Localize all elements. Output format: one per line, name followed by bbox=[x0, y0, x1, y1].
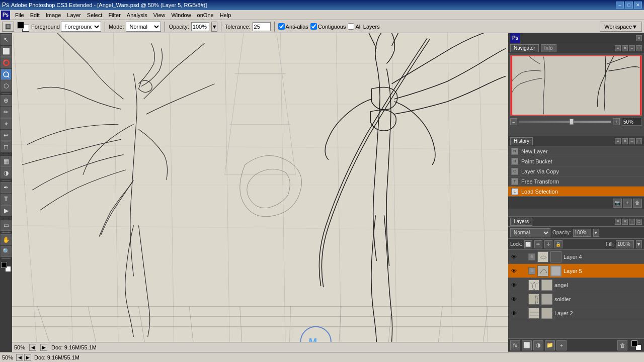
layer-eye-4[interactable]: 👁 bbox=[510, 253, 517, 260]
lock-all-btn[interactable]: 🔒 bbox=[554, 240, 562, 248]
fg-color-box[interactable] bbox=[1, 262, 7, 268]
tab-navigator[interactable]: Navigator bbox=[510, 44, 539, 52]
clone-tool[interactable]: ⌖ bbox=[1, 118, 12, 129]
layer-eye-angel[interactable]: 👁 bbox=[510, 282, 517, 289]
layer-group-btn[interactable]: 📁 bbox=[545, 340, 555, 350]
bottom-nav-right[interactable]: ▶ bbox=[24, 354, 31, 361]
marquee-tool[interactable]: ⬜ bbox=[1, 46, 12, 57]
history-delete-btn[interactable]: 🗑 bbox=[633, 199, 642, 208]
menu-edit[interactable]: Edit bbox=[27, 11, 43, 19]
tab-info[interactable]: Info bbox=[541, 44, 556, 52]
layer-item-soldier[interactable]: 👁 soldier bbox=[508, 292, 644, 306]
move-tool[interactable]: ↖ bbox=[1, 34, 12, 45]
menu-image[interactable]: Image bbox=[43, 11, 64, 19]
crop-tool[interactable]: ⬡ bbox=[1, 80, 12, 92]
foreground-select[interactable]: Foreground bbox=[61, 22, 101, 32]
workspace-button[interactable]: Workspace ▼ bbox=[600, 22, 642, 32]
panel-expand-btn[interactable]: □ bbox=[636, 45, 642, 51]
blend-mode-select[interactable]: Normal bbox=[126, 22, 161, 32]
history-menu-btn[interactable]: ≡ bbox=[615, 138, 621, 144]
history-brush-tool[interactable]: ↩ bbox=[1, 130, 12, 141]
history-item-4[interactable]: T Free Transform bbox=[508, 176, 644, 187]
close-button[interactable]: ✕ bbox=[634, 2, 642, 9]
history-new-doc-btn[interactable]: + bbox=[623, 199, 632, 208]
panel-minimize-btn[interactable]: – bbox=[629, 45, 635, 51]
layers-expand-btn[interactable]: □ bbox=[636, 219, 642, 225]
menu-onone[interactable]: onOne bbox=[194, 11, 217, 19]
lock-paint-btn[interactable]: ✏ bbox=[534, 240, 542, 248]
lock-transparent-btn[interactable]: ⬜ bbox=[524, 240, 532, 248]
layer-mask-btn[interactable]: ⬜ bbox=[522, 340, 532, 350]
type-tool[interactable]: T bbox=[1, 194, 12, 205]
layer-adjustment-btn[interactable]: ◑ bbox=[533, 340, 543, 350]
tab-layers[interactable]: Layers bbox=[510, 218, 532, 226]
lock-position-btn[interactable]: ✛ bbox=[544, 240, 552, 248]
menu-help[interactable]: Help bbox=[217, 11, 234, 19]
menu-view[interactable]: View bbox=[150, 11, 169, 19]
history-expand-btn[interactable]: □ bbox=[636, 138, 642, 144]
collapse-all-btn[interactable]: « bbox=[636, 35, 642, 41]
opacity-input[interactable]: 100% bbox=[191, 22, 209, 31]
layers-menu-btn[interactable]: ≡ bbox=[615, 219, 621, 225]
all-layers-check[interactable]: All Layers bbox=[348, 23, 379, 30]
menu-filter[interactable]: Filter bbox=[105, 11, 123, 19]
layers-minimize-btn[interactable]: – bbox=[629, 219, 635, 225]
history-item-3[interactable]: C Layer Via Copy bbox=[508, 166, 644, 176]
layers-panel-header[interactable]: Layers ≡ ✕ – □ bbox=[508, 217, 644, 227]
layers-opacity-arrow[interactable]: ▼ bbox=[593, 229, 599, 237]
fill-input[interactable]: 100% bbox=[616, 240, 634, 248]
eraser-tool[interactable]: ◻ bbox=[1, 141, 12, 152]
healing-tool[interactable]: ⊕ bbox=[1, 95, 12, 106]
zoom-in-btn[interactable]: + bbox=[613, 118, 620, 125]
layer-new-btn[interactable]: + bbox=[556, 340, 567, 350]
zoom-slider-thumb[interactable] bbox=[570, 119, 574, 125]
zoom-slider[interactable] bbox=[519, 121, 611, 123]
dodge-tool[interactable]: ◑ bbox=[1, 167, 12, 178]
fill-arrow[interactable]: ▼ bbox=[636, 240, 642, 248]
lasso-tool[interactable]: ⭕ bbox=[1, 57, 12, 68]
panel-close-btn[interactable]: ✕ bbox=[622, 45, 628, 51]
layer-item-angel[interactable]: 👁 angel bbox=[508, 278, 644, 292]
menu-select[interactable]: Select bbox=[84, 11, 106, 19]
layer-item-2[interactable]: 👁 Layer 2 bbox=[508, 306, 644, 320]
anti-alias-check[interactable]: Anti-alias bbox=[278, 23, 308, 30]
tool-preset-picker[interactable] bbox=[2, 22, 14, 32]
opacity-arrow[interactable]: ▼ bbox=[211, 22, 217, 32]
layer-item-4[interactable]: 👁 ⊕ Layer 4 bbox=[508, 250, 644, 264]
navigator-panel-header[interactable]: Navigator Info ≡ ✕ – □ bbox=[508, 43, 644, 53]
pen-tool[interactable]: ✒ bbox=[1, 182, 12, 193]
fgbg-colors[interactable] bbox=[1, 261, 12, 273]
zoom-out-btn[interactable]: – bbox=[510, 118, 517, 125]
path-select-tool[interactable]: ▶ bbox=[1, 205, 12, 216]
window-controls[interactable]: – □ ✕ bbox=[616, 2, 642, 9]
layer-eye-5[interactable]: 👁 bbox=[510, 267, 517, 275]
menu-window[interactable]: Window bbox=[168, 11, 194, 19]
hand-tool[interactable]: ✋ bbox=[1, 234, 12, 245]
quick-select-tool[interactable] bbox=[1, 69, 12, 80]
history-close-btn[interactable]: ✕ bbox=[622, 138, 628, 144]
history-panel-header[interactable]: History ≡ ✕ – □ bbox=[508, 136, 644, 146]
history-item-2[interactable]: B Paint Bucket bbox=[508, 156, 644, 166]
layers-blend-mode[interactable]: Normal bbox=[510, 228, 550, 237]
menu-analysis[interactable]: Analysis bbox=[124, 11, 150, 19]
gradient-tool[interactable]: ▦ bbox=[1, 156, 12, 167]
layer-delete-btn[interactable]: 🗑 bbox=[617, 340, 627, 350]
zoom-input[interactable]: 50% bbox=[622, 118, 642, 126]
status-arrow-left[interactable]: ◀ bbox=[29, 344, 36, 351]
contiguous-check[interactable]: Contiguous bbox=[310, 23, 346, 30]
tolerance-input[interactable]: 25 bbox=[253, 22, 271, 31]
menu-layer[interactable]: Layer bbox=[64, 11, 84, 19]
foreground-color[interactable] bbox=[17, 22, 24, 29]
layers-opacity-input[interactable]: 100% bbox=[573, 229, 591, 237]
shape-tool[interactable]: ▭ bbox=[1, 220, 12, 231]
layer-item-5[interactable]: 👁 ⊕ Layer 5 bbox=[508, 264, 644, 278]
zoom-tool[interactable]: 🔍 bbox=[1, 246, 12, 257]
canvas-area[interactable]: M 50% ◀ ▶ Doc: 9.16M/55.1M bbox=[12, 33, 508, 352]
maximize-button[interactable]: □ bbox=[625, 2, 633, 9]
tab-history[interactable]: History bbox=[510, 137, 533, 145]
brush-tool[interactable]: ✏ bbox=[1, 107, 12, 118]
layer-eye-2[interactable]: 👁 bbox=[510, 310, 517, 317]
layers-fg-color[interactable] bbox=[631, 340, 637, 346]
layers-close-btn[interactable]: ✕ bbox=[622, 219, 628, 225]
panel-menu-btn[interactable]: ≡ bbox=[615, 45, 621, 51]
